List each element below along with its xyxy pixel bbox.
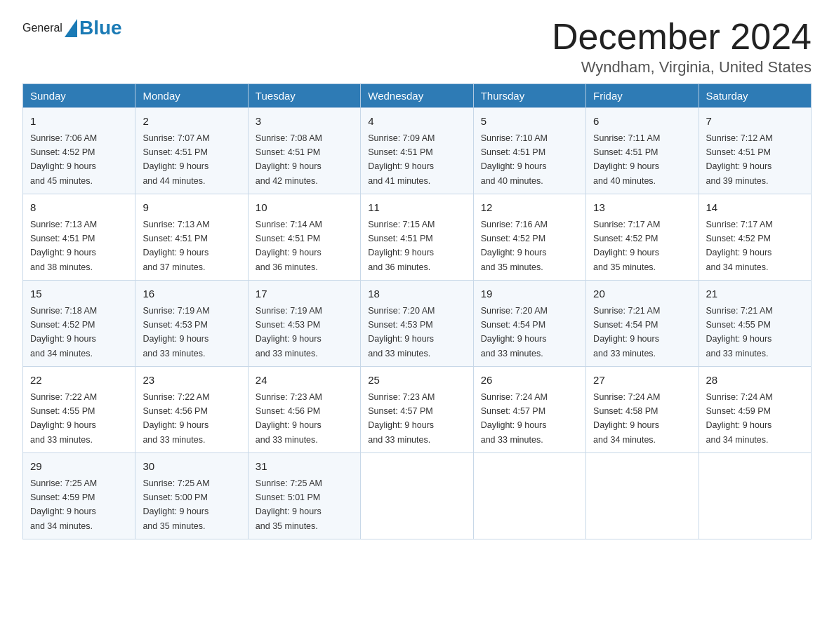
day-cell: 30Sunrise: 7:25 AMSunset: 5:00 PMDayligh…	[135, 453, 248, 539]
day-cell: 29Sunrise: 7:25 AMSunset: 4:59 PMDayligh…	[23, 453, 135, 539]
week-row-2: 8Sunrise: 7:13 AMSunset: 4:51 PMDaylight…	[23, 194, 812, 281]
day-info: Sunrise: 7:21 AMSunset: 4:55 PMDaylight:…	[706, 306, 773, 358]
day-number: 1	[30, 114, 128, 130]
day-info: Sunrise: 7:06 AMSunset: 4:52 PMDaylight:…	[30, 133, 97, 186]
day-number: 4	[368, 114, 465, 130]
page-subtitle: Wyndham, Virginia, United States	[552, 58, 812, 76]
day-info: Sunrise: 7:16 AMSunset: 4:52 PMDaylight:…	[481, 220, 548, 272]
day-cell: 27Sunrise: 7:24 AMSunset: 4:58 PMDayligh…	[586, 367, 699, 453]
day-cell: 7Sunrise: 7:12 AMSunset: 4:51 PMDaylight…	[699, 108, 811, 194]
day-number: 7	[706, 114, 804, 130]
day-info: Sunrise: 7:20 AMSunset: 4:54 PMDaylight:…	[481, 306, 548, 358]
calendar-header: SundayMondayTuesdayWednesdayThursdayFrid…	[23, 84, 812, 108]
calendar-body: 1Sunrise: 7:06 AMSunset: 4:52 PMDaylight…	[23, 108, 812, 539]
day-cell	[361, 453, 473, 539]
day-cell	[699, 453, 811, 539]
day-cell: 22Sunrise: 7:22 AMSunset: 4:55 PMDayligh…	[23, 367, 135, 453]
day-number: 5	[481, 114, 578, 130]
col-header-sunday: Sunday	[23, 84, 135, 108]
day-number: 28	[706, 373, 804, 389]
day-info: Sunrise: 7:12 AMSunset: 4:51 PMDaylight:…	[706, 133, 773, 186]
day-cell: 16Sunrise: 7:19 AMSunset: 4:53 PMDayligh…	[135, 281, 248, 367]
day-info: Sunrise: 7:22 AMSunset: 4:56 PMDaylight:…	[143, 392, 209, 445]
col-header-friday: Friday	[586, 84, 699, 108]
day-number: 19	[481, 286, 578, 302]
day-info: Sunrise: 7:19 AMSunset: 4:53 PMDaylight:…	[256, 306, 322, 358]
day-cell: 17Sunrise: 7:19 AMSunset: 4:53 PMDayligh…	[248, 281, 360, 367]
day-cell: 23Sunrise: 7:22 AMSunset: 4:56 PMDayligh…	[135, 367, 248, 453]
day-number: 20	[593, 286, 691, 302]
day-info: Sunrise: 7:14 AMSunset: 4:51 PMDaylight:…	[256, 220, 322, 272]
day-cell: 4Sunrise: 7:09 AMSunset: 4:51 PMDaylight…	[361, 108, 473, 194]
day-info: Sunrise: 7:22 AMSunset: 4:55 PMDaylight:…	[30, 392, 97, 445]
day-cell: 5Sunrise: 7:10 AMSunset: 4:51 PMDaylight…	[473, 108, 585, 194]
day-number: 29	[30, 459, 128, 475]
day-number: 16	[143, 286, 240, 302]
day-cell: 14Sunrise: 7:17 AMSunset: 4:52 PMDayligh…	[699, 194, 811, 281]
week-row-5: 29Sunrise: 7:25 AMSunset: 4:59 PMDayligh…	[23, 453, 812, 539]
day-number: 31	[256, 459, 353, 475]
logo-triangle-icon	[65, 19, 77, 37]
day-info: Sunrise: 7:17 AMSunset: 4:52 PMDaylight:…	[706, 220, 773, 272]
calendar-table: SundayMondayTuesdayWednesdayThursdayFrid…	[22, 83, 812, 539]
col-header-monday: Monday	[135, 84, 248, 108]
day-number: 11	[368, 200, 465, 216]
day-cell: 10Sunrise: 7:14 AMSunset: 4:51 PMDayligh…	[248, 194, 360, 281]
day-info: Sunrise: 7:17 AMSunset: 4:52 PMDaylight:…	[593, 220, 660, 272]
day-number: 27	[593, 373, 691, 389]
day-cell: 2Sunrise: 7:07 AMSunset: 4:51 PMDaylight…	[135, 108, 248, 194]
day-info: Sunrise: 7:11 AMSunset: 4:51 PMDaylight:…	[593, 133, 660, 186]
day-cell: 11Sunrise: 7:15 AMSunset: 4:51 PMDayligh…	[361, 194, 473, 281]
day-number: 30	[143, 459, 240, 475]
day-number: 26	[481, 373, 578, 389]
day-cell: 8Sunrise: 7:13 AMSunset: 4:51 PMDaylight…	[23, 194, 135, 281]
day-info: Sunrise: 7:18 AMSunset: 4:52 PMDaylight:…	[30, 306, 97, 358]
day-cell: 13Sunrise: 7:17 AMSunset: 4:52 PMDayligh…	[586, 194, 699, 281]
day-number: 18	[368, 286, 465, 302]
day-info: Sunrise: 7:25 AMSunset: 5:00 PMDaylight:…	[143, 478, 209, 531]
day-cell: 21Sunrise: 7:21 AMSunset: 4:55 PMDayligh…	[699, 281, 811, 367]
day-cell	[586, 453, 699, 539]
svg-marker-0	[65, 19, 77, 37]
day-info: Sunrise: 7:13 AMSunset: 4:51 PMDaylight:…	[30, 220, 97, 272]
day-number: 8	[30, 200, 128, 216]
day-cell: 9Sunrise: 7:13 AMSunset: 4:51 PMDaylight…	[135, 194, 248, 281]
day-cell: 12Sunrise: 7:16 AMSunset: 4:52 PMDayligh…	[473, 194, 585, 281]
day-info: Sunrise: 7:09 AMSunset: 4:51 PMDaylight:…	[368, 133, 435, 186]
day-info: Sunrise: 7:19 AMSunset: 4:53 PMDaylight:…	[143, 306, 209, 358]
week-row-3: 15Sunrise: 7:18 AMSunset: 4:52 PMDayligh…	[23, 281, 812, 367]
day-number: 6	[593, 114, 691, 130]
day-cell: 24Sunrise: 7:23 AMSunset: 4:56 PMDayligh…	[248, 367, 360, 453]
day-number: 3	[256, 114, 353, 130]
page-header: General Blue December 2024 Wyndham, Virg…	[22, 17, 812, 76]
day-info: Sunrise: 7:20 AMSunset: 4:53 PMDaylight:…	[368, 306, 435, 358]
day-number: 2	[143, 114, 240, 130]
day-number: 10	[256, 200, 353, 216]
day-number: 22	[30, 373, 128, 389]
page-title: December 2024	[552, 17, 812, 57]
day-number: 17	[256, 286, 353, 302]
day-cell: 1Sunrise: 7:06 AMSunset: 4:52 PMDaylight…	[23, 108, 135, 194]
day-info: Sunrise: 7:08 AMSunset: 4:51 PMDaylight:…	[256, 133, 322, 186]
logo-general-text: General	[22, 22, 62, 34]
day-info: Sunrise: 7:10 AMSunset: 4:51 PMDaylight:…	[481, 133, 548, 186]
day-number: 21	[706, 286, 804, 302]
day-cell: 26Sunrise: 7:24 AMSunset: 4:57 PMDayligh…	[473, 367, 585, 453]
header-row: SundayMondayTuesdayWednesdayThursdayFrid…	[23, 84, 812, 108]
day-cell: 20Sunrise: 7:21 AMSunset: 4:54 PMDayligh…	[586, 281, 699, 367]
day-number: 12	[481, 200, 578, 216]
day-cell: 25Sunrise: 7:23 AMSunset: 4:57 PMDayligh…	[361, 367, 473, 453]
day-info: Sunrise: 7:07 AMSunset: 4:51 PMDaylight:…	[143, 133, 209, 186]
col-header-saturday: Saturday	[699, 84, 811, 108]
day-info: Sunrise: 7:24 AMSunset: 4:58 PMDaylight:…	[593, 392, 660, 445]
day-cell: 31Sunrise: 7:25 AMSunset: 5:01 PMDayligh…	[248, 453, 360, 539]
col-header-tuesday: Tuesday	[248, 84, 360, 108]
day-info: Sunrise: 7:21 AMSunset: 4:54 PMDaylight:…	[593, 306, 660, 358]
day-info: Sunrise: 7:25 AMSunset: 5:01 PMDaylight:…	[256, 478, 322, 531]
day-number: 23	[143, 373, 240, 389]
day-number: 25	[368, 373, 465, 389]
day-cell: 6Sunrise: 7:11 AMSunset: 4:51 PMDaylight…	[586, 108, 699, 194]
day-cell: 19Sunrise: 7:20 AMSunset: 4:54 PMDayligh…	[473, 281, 585, 367]
logo-area: General Blue	[22, 17, 122, 39]
week-row-1: 1Sunrise: 7:06 AMSunset: 4:52 PMDaylight…	[23, 108, 812, 194]
